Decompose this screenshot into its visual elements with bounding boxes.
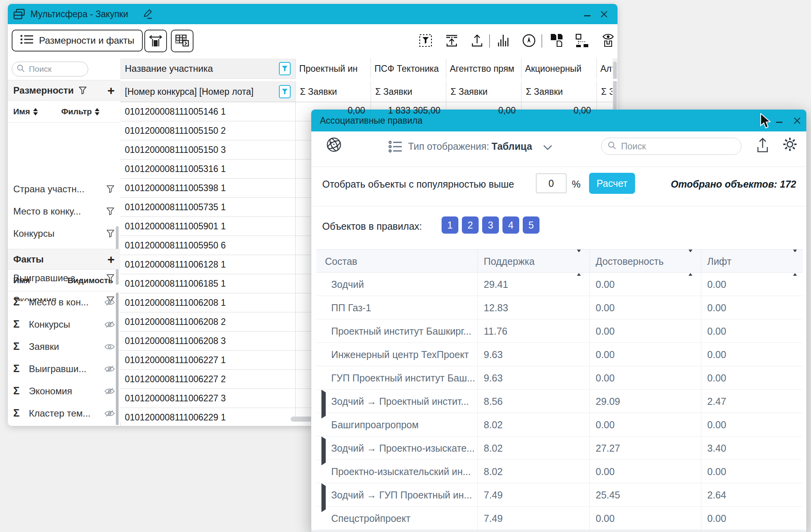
- rule-row[interactable]: Спецстройпроект 7.49 0.00 0.00: [316, 507, 803, 530]
- fact-item[interactable]: Σ Кластер тем...: [8, 402, 120, 424]
- rule-size-button[interactable]: 5: [523, 216, 539, 234]
- dimension-item[interactable]: Место в конку...: [8, 200, 120, 222]
- eye-hand-icon[interactable]: [600, 33, 616, 48]
- chevron-down-icon[interactable]: [543, 145, 552, 152]
- display-type-value[interactable]: Таблица: [492, 141, 532, 152]
- fact-item[interactable]: Σ Выигравши...: [8, 358, 120, 380]
- eye-slash-icon[interactable]: [105, 365, 115, 372]
- filter-icon[interactable]: [106, 185, 115, 193]
- rule-size-button[interactable]: 3: [482, 216, 499, 234]
- fact-subheader[interactable]: Σ Заявки: [371, 81, 446, 102]
- dialog-scrollbar-track[interactable]: [311, 530, 807, 532]
- dialog-search[interactable]: [601, 138, 742, 155]
- rule-row[interactable]: ПП Газ-1 12.83 0.00 0.00: [316, 296, 803, 319]
- participant-filter-icon[interactable]: [279, 62, 291, 75]
- eye-icon[interactable]: [105, 343, 115, 350]
- facts-scrollbar[interactable]: [116, 293, 119, 425]
- rule-row[interactable]: ГУП Проектный институт Баш... 9.63 0.00 …: [316, 366, 803, 390]
- rule-row[interactable]: Зодчий → Проектный инстит... 8.56 29.09 …: [316, 390, 803, 413]
- column-header[interactable]: Поддержка: [484, 250, 534, 273]
- dialog-close-button[interactable]: [793, 117, 801, 126]
- rule-size-button[interactable]: 2: [462, 216, 479, 234]
- rule-row[interactable]: Инженерный центр ТехПроект 9.63 0.00 0.0…: [316, 343, 803, 366]
- column-group-header[interactable]: Проектный ин: [295, 59, 371, 79]
- add-fact-button[interactable]: +: [107, 253, 115, 266]
- fact-item[interactable]: Σ Экономия: [8, 380, 120, 402]
- contest-header[interactable]: [Номер конкурса] [Номер лота]: [120, 81, 295, 102]
- copy-documents-icon[interactable]: [549, 33, 565, 48]
- rules-table: Состав Поддержка Достоверность Лифт Зодч…: [316, 249, 803, 532]
- rule-row[interactable]: Зодчий → Проектно-изыскате... 8.02 27.27…: [316, 436, 803, 460]
- participant-header[interactable]: Название участника: [120, 59, 295, 79]
- eye-slash-icon[interactable]: [105, 388, 115, 395]
- rule-row[interactable]: Проектный институт Башкирг... 11.76 0.00…: [316, 319, 803, 343]
- column-width-button[interactable]: [144, 30, 167, 52]
- table-view-button[interactable]: [171, 30, 193, 52]
- column-header[interactable]: Достоверность: [596, 250, 664, 273]
- column-group-header[interactable]: Акционерный: [521, 59, 596, 79]
- rule-confidence: 0.00: [596, 296, 615, 319]
- fact-item[interactable]: Σ Заявки: [8, 335, 120, 358]
- chart-icon[interactable]: [495, 33, 511, 48]
- rule-lift: 2.64: [707, 483, 726, 507]
- export-icon[interactable]: [469, 33, 485, 48]
- import-tray-icon[interactable]: [444, 33, 460, 48]
- add-dimension-button[interactable]: +: [107, 84, 115, 97]
- fact-subheader[interactable]: Σ Заявки: [521, 81, 596, 102]
- filter-icon[interactable]: [78, 86, 87, 95]
- hierarchy-icon[interactable]: [575, 33, 590, 48]
- filter-icon[interactable]: [106, 207, 115, 216]
- export-icon[interactable]: [755, 137, 770, 155]
- rule-name: Инженерный центр ТехПроект: [331, 343, 469, 366]
- edit-title-icon[interactable]: [142, 9, 153, 21]
- main-toolbar: Размерности и факты: [8, 24, 618, 59]
- dialog-search-input[interactable]: [620, 141, 715, 152]
- eye-slash-icon[interactable]: [105, 299, 115, 306]
- dialog-minimize-button[interactable]: [776, 122, 783, 123]
- sidebar-search[interactable]: [12, 62, 88, 76]
- rule-row[interactable]: Башгипроагропром 8.02 0.00 0.00: [316, 413, 803, 436]
- rule-size-button[interactable]: 1: [442, 216, 458, 234]
- name-column-label: Имя: [13, 276, 30, 285]
- fact-subheader[interactable]: Σ Заявки: [295, 81, 371, 102]
- sidebar-search-input[interactable]: [28, 64, 76, 74]
- contest-filter-icon[interactable]: [279, 85, 291, 98]
- rule-confidence: 0.00: [596, 273, 615, 296]
- rule-size-button[interactable]: 4: [502, 216, 519, 234]
- compass-icon[interactable]: [521, 33, 537, 48]
- rule-row[interactable]: Зодчий → ГУП Проектный ин... 7.49 25.45 …: [316, 483, 803, 507]
- popularity-input[interactable]: [536, 174, 566, 193]
- dimensions-facts-button[interactable]: Размерности и факты: [12, 30, 143, 51]
- contest-header-label: [Номер конкурса] [Номер лота]: [125, 87, 254, 97]
- sort-name-icon[interactable]: [33, 108, 38, 115]
- objects-in-rules-label: Объектов в правилах:: [322, 217, 422, 235]
- eye-slash-icon[interactable]: [105, 321, 115, 328]
- facts-section-header[interactable]: Факты +: [8, 249, 120, 270]
- sphere-icon[interactable]: [325, 136, 343, 155]
- fact-subheader[interactable]: Σ Заявки: [446, 81, 521, 102]
- column-group-header[interactable]: ПСФ Тектоника: [371, 59, 446, 79]
- fact-item[interactable]: Σ Конкурсы: [8, 313, 120, 335]
- eye-slash-icon[interactable]: [105, 410, 115, 417]
- sort-filter-icon[interactable]: [95, 108, 99, 115]
- fact-item[interactable]: Σ Место в кон...: [8, 291, 120, 313]
- main-titlebar[interactable]: Мультисфера - Закупки: [8, 4, 618, 24]
- close-button[interactable]: [600, 11, 608, 20]
- rule-name: Зодчий → Проектно-изыскате...: [331, 436, 475, 460]
- rule-row[interactable]: Зодчий 29.41 0.00 0.00: [316, 273, 803, 296]
- display-type-icon: [389, 141, 403, 154]
- filter-icon[interactable]: [106, 229, 115, 238]
- dimensions-section-header[interactable]: Размерности +: [8, 80, 120, 101]
- rule-row[interactable]: Проектно-изыскательский ин... 8.02 0.00 …: [316, 460, 803, 483]
- filter-selection-icon[interactable]: [419, 33, 434, 48]
- column-header[interactable]: Состав: [325, 250, 357, 273]
- dimension-item[interactable]: Конкурсы: [8, 222, 120, 245]
- dimension-item[interactable]: Страна участн...: [8, 178, 120, 200]
- column-header[interactable]: Лифт: [707, 250, 731, 273]
- minimize-button[interactable]: [584, 15, 591, 16]
- column-group-header[interactable]: Агентство прям: [446, 59, 521, 79]
- rule-lift: 0.00: [707, 460, 726, 483]
- calculate-button[interactable]: Расчет: [589, 173, 635, 194]
- rule-name: ПП Газ-1: [331, 296, 371, 319]
- settings-gear-icon[interactable]: [782, 136, 798, 154]
